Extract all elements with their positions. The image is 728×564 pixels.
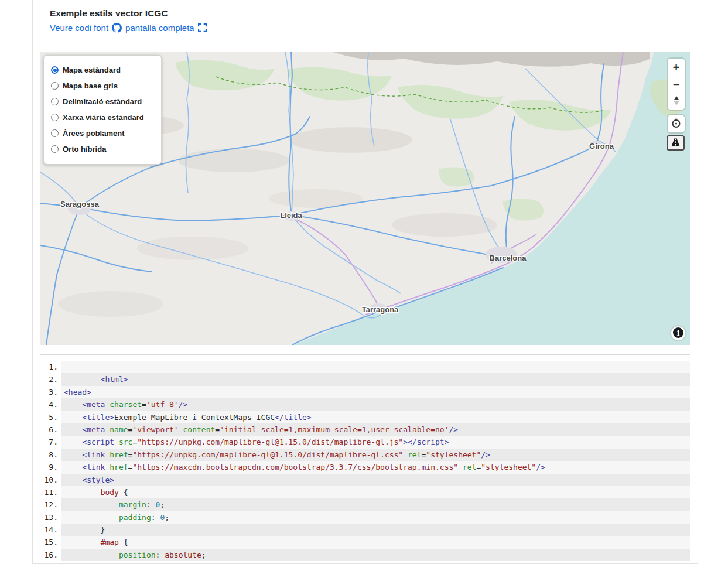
- radio-checked-icon[interactable]: [51, 66, 59, 74]
- map-canvas[interactable]: SaragossaLleidaGironaBarcelonaTarragona …: [40, 52, 690, 345]
- geolocate-button[interactable]: [668, 115, 685, 132]
- layer-option-label: Delimitació estàndard: [63, 97, 142, 106]
- line-number: 3.: [40, 386, 61, 398]
- line-number: 16.: [40, 549, 61, 561]
- compass-icon: [671, 95, 682, 108]
- attribution-button[interactable]: i: [671, 326, 685, 340]
- code-line: 3.<head>: [40, 386, 690, 398]
- layer-option-label: Mapa base gris: [63, 81, 118, 90]
- line-number: 5.: [40, 411, 61, 423]
- github-icon[interactable]: [112, 23, 122, 33]
- radio-icon[interactable]: [51, 82, 59, 90]
- line-number: 10.: [40, 474, 61, 486]
- zoom-control-group: + −: [668, 59, 685, 110]
- svg-text:i: i: [677, 328, 680, 337]
- code-line: 13. padding: 0;: [40, 511, 690, 524]
- links-row: Veure codi font pantalla completa: [50, 23, 689, 33]
- road-icon: [669, 137, 682, 149]
- line-number: 6.: [40, 423, 61, 436]
- minus-icon: −: [673, 78, 680, 90]
- zoom-out-button[interactable]: −: [668, 76, 685, 93]
- radio-icon[interactable]: [51, 114, 59, 121]
- layer-option-label: Mapa estàndard: [63, 66, 121, 74]
- page: Exemple estils vector ICGC Veure codi fo…: [0, 0, 728, 564]
- layer-option-0[interactable]: Mapa estàndard: [51, 62, 155, 78]
- line-number: 1.: [40, 361, 61, 373]
- divider: [40, 354, 690, 355]
- layer-option-2[interactable]: Delimitació estàndard: [51, 94, 155, 110]
- line-number: 12.: [40, 498, 61, 511]
- layer-option-1[interactable]: Mapa base gris: [51, 78, 155, 94]
- plus-icon: +: [673, 61, 680, 73]
- road-style-button[interactable]: [667, 135, 685, 151]
- page-title: Exemple estils vector ICGC: [50, 8, 689, 19]
- code-line: 9. <link href="https://maxcdn.bootstrapc…: [40, 461, 690, 473]
- line-number: 15.: [40, 536, 61, 548]
- code-line: 14. }: [40, 524, 690, 536]
- code-line: 10. <style>: [40, 474, 690, 486]
- layer-option-label: Àrees poblament: [63, 129, 124, 138]
- layer-option-label: Orto híbrida: [63, 145, 106, 153]
- example-container: Exemple estils vector ICGC Veure codi fo…: [32, 0, 698, 564]
- line-number: 2.: [40, 373, 61, 385]
- line-number: 14.: [40, 524, 61, 536]
- fullscreen-link[interactable]: pantalla completa: [125, 23, 194, 33]
- code-line: 5. <title>Exemple MapLibre i ContextMaps…: [40, 411, 690, 423]
- layer-option-3[interactable]: Xarxa viària estàndard: [51, 110, 155, 125]
- code-line: 16. position: absolute;: [40, 549, 690, 561]
- layer-switcher-panel: Mapa estàndardMapa base grisDelimitació …: [43, 55, 162, 165]
- code-line: 4. <meta charset='utf-8'/>: [40, 398, 690, 411]
- line-number: 8.: [40, 449, 61, 461]
- code-line: 11. body {: [40, 486, 690, 498]
- source-code-listing: 1.2. <html>3.<head>4. <meta charset='utf…: [40, 361, 690, 561]
- fullscreen-icon[interactable]: [198, 23, 207, 32]
- line-number: 7.: [40, 436, 61, 448]
- radio-icon[interactable]: [51, 145, 59, 153]
- code-line: 1.: [40, 361, 690, 373]
- geolocate-icon: [670, 117, 682, 131]
- layer-option-5[interactable]: Orto híbrida: [51, 141, 155, 157]
- layer-option-label: Xarxa viària estàndard: [63, 113, 144, 122]
- radio-icon[interactable]: [51, 98, 59, 105]
- line-number: 4.: [40, 398, 61, 411]
- code-line: 6. <meta name='viewport' content='initia…: [40, 423, 690, 436]
- layer-option-4[interactable]: Àrees poblament: [51, 125, 155, 141]
- code-line: 12. margin: 0;: [40, 498, 690, 511]
- compass-button[interactable]: [668, 93, 685, 110]
- radio-icon[interactable]: [51, 129, 59, 137]
- line-number: 11.: [40, 486, 61, 498]
- source-code-link[interactable]: Veure codi font: [50, 23, 108, 33]
- code-line: 8. <link href="https://unpkg.com/maplibr…: [40, 449, 690, 461]
- line-number: 13.: [40, 511, 61, 524]
- code-line: 15. #map {: [40, 536, 690, 548]
- code-line: 7. <script src="https://unpkg.com/maplib…: [40, 436, 690, 448]
- geolocate-control-group: [668, 115, 685, 132]
- line-number: 9.: [40, 461, 61, 473]
- info-icon: i: [672, 327, 684, 340]
- header: Exemple estils vector ICGC Veure codi fo…: [50, 8, 689, 33]
- code-line: 2. <html>: [40, 373, 690, 385]
- zoom-in-button[interactable]: +: [668, 59, 685, 76]
